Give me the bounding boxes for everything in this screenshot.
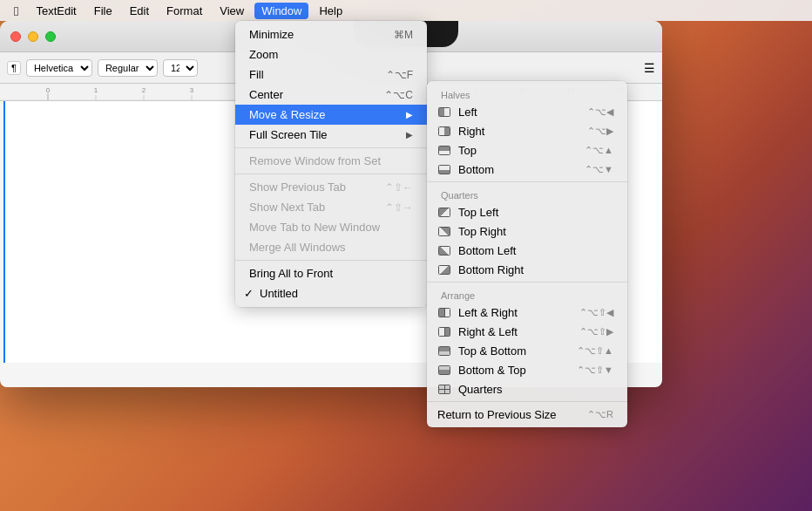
submenu-right-left-shortcut: ⌃⌥⇧▶: [579, 326, 613, 337]
submenu-top-bottom-label: Top & Bottom: [458, 344, 526, 358]
submenu-quarters-all-label: Quarters: [458, 383, 503, 396]
arrange-rl-icon: [437, 324, 451, 338]
submenu-bottom-left[interactable]: Bottom Left: [427, 241, 627, 260]
submenu-bottom-right-content: Bottom Right: [437, 262, 524, 276]
quarters-grid-icon: [437, 382, 451, 396]
submenu-top-bottom[interactable]: Top & Bottom ⌃⌥⇧▲: [427, 341, 627, 360]
submenu-top-bottom-shortcut: ⌃⌥⇧▲: [577, 345, 613, 357]
move-resize-submenu: Halves Left ⌃⌥◀: [427, 81, 627, 427]
menu-merge-windows-label: Merge All Windows: [249, 241, 413, 254]
menu-show-next-tab-shortcut: ⌃⇧→: [385, 201, 413, 214]
sep-1: [235, 147, 427, 148]
submenu-top-bottom-content: Top & Bottom: [437, 344, 526, 358]
fullscreen-arrow-icon: ▶: [406, 130, 413, 140]
menu-untitled-label: Untitled: [260, 287, 413, 300]
submenu-right-left-label: Right & Left: [458, 325, 518, 338]
menu-fullscreen-label: Full Screen Tile: [249, 128, 399, 141]
submenu-quarters-all[interactable]: Quarters: [427, 379, 627, 399]
submenu-top-right-content: Top Right: [437, 224, 506, 238]
menu-fullscreen-tile[interactable]: Full Screen Tile ▶: [235, 125, 427, 145]
menu-center-label: Center: [249, 88, 384, 101]
submenu-left-right-label: Left & Right: [458, 306, 518, 319]
submenu-left-right[interactable]: Left & Right ⌃⌥⇧◀: [427, 303, 627, 322]
menu-bring-all[interactable]: Bring All to Front: [235, 263, 427, 283]
submenu-return-prev-size[interactable]: Return to Previous Size ⌃⌥R: [427, 405, 627, 424]
quarter-bl-icon: [437, 243, 451, 257]
menubar-help[interactable]: Help: [312, 3, 349, 19]
menubar-edit[interactable]: Edit: [123, 3, 156, 19]
menubar-textedit[interactable]: TextEdit: [29, 3, 83, 19]
submenu-top-left-label: Top Left: [458, 206, 498, 219]
submenu-right-left[interactable]: Right & Left ⌃⌥⇧▶: [427, 322, 627, 341]
submenu-sep-2: [427, 282, 627, 283]
menu-untitled[interactable]: ✓ Untitled: [235, 283, 427, 303]
menu-bring-all-label: Bring All to Front: [249, 267, 413, 280]
menu-minimize-shortcut: ⌘M: [394, 29, 413, 41]
quarter-br-icon: [437, 262, 451, 276]
submenu-top-right[interactable]: Top Right: [427, 221, 627, 241]
submenu-bottom-top[interactable]: Bottom & Top ⌃⌥⇧▼: [427, 360, 627, 379]
arrange-lr-icon: [437, 305, 451, 319]
submenu-quarters-all-content: Quarters: [437, 382, 503, 396]
submenu-left[interactable]: Left ⌃⌥◀: [427, 102, 627, 121]
menu-center-shortcut: ⌃⌥C: [384, 89, 413, 101]
menu-fill[interactable]: Fill ⌃⌥F: [235, 65, 427, 85]
untitled-check-icon: ✓: [244, 287, 254, 300]
menu-zoom[interactable]: Zoom: [235, 44, 427, 65]
menubar-view[interactable]: View: [213, 3, 251, 19]
arrange-header: Arrange: [427, 285, 627, 303]
halves-header: Halves: [427, 85, 627, 102]
menubar-file[interactable]: File: [87, 3, 119, 19]
submenu-left-shortcut: ⌃⌥◀: [587, 106, 613, 118]
submenu-top-shortcut: ⌃⌥▲: [585, 145, 613, 156]
menu-show-next-tab: Show Next Tab ⌃⇧→: [235, 197, 427, 217]
submenu-right-label: Right: [458, 125, 484, 138]
submenu-bottom-right-label: Bottom Right: [458, 263, 524, 276]
half-top-icon: [437, 143, 451, 157]
quarter-tr-icon: [437, 224, 451, 238]
menubar:  TextEdit File Edit Format View Window …: [0, 0, 812, 21]
menubar-window[interactable]: Window: [254, 3, 308, 19]
submenu-top-content: Top: [437, 143, 477, 157]
menu-remove-window-label: Remove Window from Set: [249, 154, 413, 167]
menu-minimize[interactable]: Minimize ⌘M: [235, 24, 427, 44]
submenu-left-right-content: Left & Right: [437, 305, 518, 319]
menu-zoom-label: Zoom: [249, 48, 413, 61]
menu-window: Minimize ⌘M Zoom Fill ⌃⌥F Center ⌃⌥C Mov…: [235, 21, 427, 307]
menu-merge-windows: Merge All Windows: [235, 237, 427, 257]
submenu-left-label: Left: [458, 106, 477, 119]
menu-move-tab: Move Tab to New Window: [235, 217, 427, 237]
submenu-top[interactable]: Top ⌃⌥▲: [427, 140, 627, 160]
half-bottom-icon: [437, 162, 451, 176]
submenu-bottom-shortcut: ⌃⌥▼: [585, 164, 613, 175]
submenu-bottom[interactable]: Bottom ⌃⌥▼: [427, 160, 627, 179]
menu-show-prev-tab-shortcut: ⌃⇧←: [385, 181, 413, 194]
menu-center[interactable]: Center ⌃⌥C: [235, 85, 427, 105]
half-left-icon: [437, 105, 451, 119]
submenu-return-label: Return to Previous Size: [437, 408, 557, 421]
half-right-icon: [437, 124, 451, 138]
menu-fill-label: Fill: [249, 68, 386, 81]
submenu-return-shortcut: ⌃⌥R: [587, 409, 613, 420]
quarter-tl-icon: [437, 205, 451, 219]
submenu-top-left[interactable]: Top Left: [427, 202, 627, 221]
submenu-sep-1: [427, 181, 627, 182]
submenu-right[interactable]: Right ⌃⌥▶: [427, 121, 627, 140]
menu-show-next-tab-label: Show Next Tab: [249, 201, 385, 214]
submenu-right-left-content: Right & Left: [437, 324, 518, 338]
apple-menu-item[interactable]: : [7, 3, 25, 18]
submenu-right-shortcut: ⌃⌥▶: [587, 126, 613, 137]
quarters-header: Quarters: [427, 185, 627, 202]
menubar-format[interactable]: Format: [159, 3, 209, 19]
arrange-tb-icon: [437, 344, 451, 358]
menu-show-prev-tab: Show Previous Tab ⌃⇧←: [235, 177, 427, 197]
submenu-right-content: Right: [437, 124, 484, 138]
menu-fill-shortcut: ⌃⌥F: [386, 69, 413, 81]
submenu-bottom-left-content: Bottom Left: [437, 243, 516, 257]
menu-move-resize[interactable]: Move & Resize ▶ Halves Left ⌃⌥◀: [235, 105, 427, 125]
menu-move-tab-label: Move Tab to New Window: [249, 221, 413, 234]
sep-3: [235, 260, 427, 261]
submenu-return-content: Return to Previous Size: [437, 408, 557, 421]
submenu-bottom-right[interactable]: Bottom Right: [427, 260, 627, 279]
submenu-top-left-content: Top Left: [437, 205, 498, 219]
